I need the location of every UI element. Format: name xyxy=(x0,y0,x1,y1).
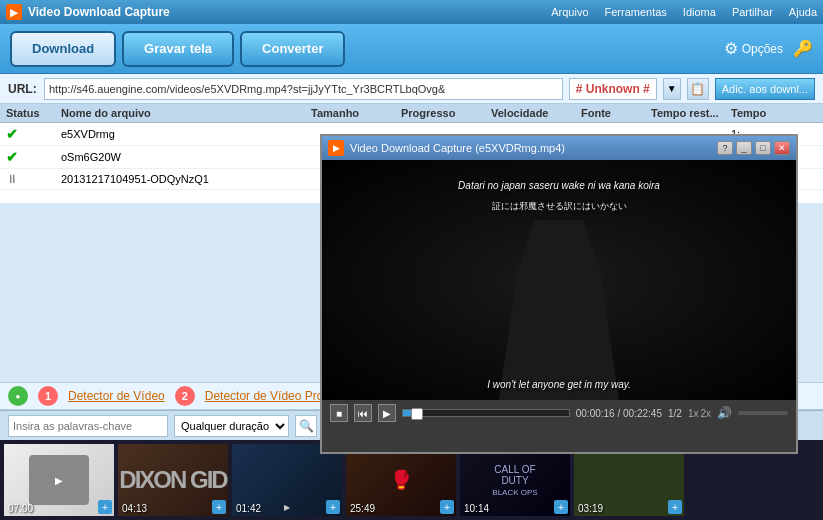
progress-track[interactable] xyxy=(402,409,570,417)
convert-button[interactable]: Converter xyxy=(240,31,345,67)
playbar-controls: ■ ⏮ ▶ 00:00:16 / 00:22:45 1/2 1x 2x xyxy=(330,404,788,422)
volume-icon: 🔊 xyxy=(717,406,732,420)
search-input[interactable] xyxy=(8,415,168,437)
app-icon: ▶ xyxy=(6,4,22,20)
thumb-add-6[interactable]: + xyxy=(668,500,682,514)
thumb-add-4[interactable]: + xyxy=(440,500,454,514)
thumbnail-3[interactable]: ▶ 01:42 + xyxy=(232,444,342,516)
col-header-size: Tamanho xyxy=(311,107,401,119)
popup-window-controls: ? _ □ ✕ xyxy=(717,141,790,155)
detector-badge-1: 1 xyxy=(38,386,58,406)
main-layout: Download Gravar tela Converter ⚙ Opções … xyxy=(0,24,823,520)
status-check-1: ✔ xyxy=(6,126,61,142)
thumb-duration-3: 01:42 xyxy=(236,503,261,514)
filename-1: e5XVDrmg xyxy=(61,128,311,140)
progress-fill xyxy=(403,410,411,416)
record-button[interactable]: Gravar tela xyxy=(122,31,234,67)
url-dropdown[interactable]: ▼ xyxy=(663,78,681,100)
popup-help-button[interactable]: ? xyxy=(717,141,733,155)
volume-slider[interactable] xyxy=(738,411,788,415)
url-unknown-badge: # Unknown # xyxy=(569,78,657,100)
popup-minimize-button[interactable]: _ xyxy=(736,141,752,155)
popup-title: Video Download Capture (e5XVDRmg.mp4) xyxy=(350,142,711,154)
duration-select[interactable]: Qualquer duração xyxy=(174,415,289,437)
thumb-duration-1: 07:00 xyxy=(8,503,33,514)
url-bar: URL: # Unknown # ▼ 📋 Adic. aos downl... xyxy=(0,74,823,104)
url-copy-button[interactable]: 📋 xyxy=(687,78,709,100)
popup-titlebar: ▶ Video Download Capture (e5XVDRmg.mp4) … xyxy=(322,136,796,160)
url-input[interactable] xyxy=(44,78,563,100)
menu-ajuda[interactable]: Ajuda xyxy=(789,6,817,18)
play-button[interactable]: ▶ xyxy=(378,404,396,422)
thumb-add-3[interactable]: + xyxy=(326,500,340,514)
status-check-2: ✔ xyxy=(6,149,61,165)
thumb-add-5[interactable]: + xyxy=(554,500,568,514)
options-button[interactable]: ⚙ Opções xyxy=(724,39,783,58)
popup-playbar: ■ ⏮ ▶ 00:00:16 / 00:22:45 1/2 1x 2x xyxy=(322,400,796,452)
thumbnail-4[interactable]: 🥊 25:49 + xyxy=(346,444,456,516)
menu-bar: Arquivo Ferramentas Idioma Partilhar Aju… xyxy=(551,6,817,18)
col-header-timerem: Tempo rest... xyxy=(651,107,731,119)
adic-button[interactable]: Adic. aos downl... xyxy=(715,78,815,100)
table-header: Status Nome do arquivo Tamanho Progresso… xyxy=(0,104,823,123)
content-area: Status Nome do arquivo Tamanho Progresso… xyxy=(0,104,823,520)
col-header-name: Nome do arquivo xyxy=(61,107,311,119)
thumbnail-2[interactable]: DIXON GID 04:13 + xyxy=(118,444,228,516)
thumbnail-6[interactable]: 03:19 + xyxy=(574,444,684,516)
time-display: 00:00:16 / 00:22:45 xyxy=(576,408,662,419)
status-pause-3: ⏸ xyxy=(6,172,61,186)
options-label: Opções xyxy=(742,42,783,56)
col-header-status: Status xyxy=(6,107,61,119)
popup-icon: ▶ xyxy=(328,140,344,156)
menu-partilhar[interactable]: Partilhar xyxy=(732,6,773,18)
progress-thumb xyxy=(411,408,423,420)
col-header-progress: Progresso xyxy=(401,107,491,119)
video-screen: Datari no japan saseru wake ni wa kana k… xyxy=(322,160,796,400)
speed-1x[interactable]: 1x xyxy=(688,408,699,419)
url-label: URL: xyxy=(8,82,38,96)
thumbnail-5[interactable]: CALL OFDUTYBLACK OPS 10:14 + xyxy=(460,444,570,516)
stop-button[interactable]: ■ xyxy=(330,404,348,422)
thumb-add-1[interactable]: + xyxy=(98,500,112,514)
menu-ferramentas[interactable]: Ferramentas xyxy=(605,6,667,18)
speed-controls: 1x 2x xyxy=(688,408,711,419)
thumb-duration-6: 03:19 xyxy=(578,503,603,514)
filename-2: oSm6G20W xyxy=(61,151,311,163)
menu-idioma[interactable]: Idioma xyxy=(683,6,716,18)
key-icon: 🔑 xyxy=(793,39,813,58)
subtitle-top: Datari no japan saseru wake ni wa kana k… xyxy=(322,180,796,191)
search-button[interactable]: 🔍 xyxy=(295,415,317,437)
fraction-display: 1/2 xyxy=(668,408,682,419)
subtitle-mid: 証には邪魔させる訳にはいかない xyxy=(322,200,796,213)
thumb-duration-5: 10:14 xyxy=(464,503,489,514)
thumb-duration-2: 04:13 xyxy=(122,503,147,514)
menu-arquivo[interactable]: Arquivo xyxy=(551,6,588,18)
prev-button[interactable]: ⏮ xyxy=(354,404,372,422)
title-bar: ▶ Video Download Capture Arquivo Ferrame… xyxy=(0,0,823,24)
gear-icon: ⚙ xyxy=(724,39,738,58)
video-popup: ▶ Video Download Capture (e5XVDRmg.mp4) … xyxy=(320,134,798,454)
thumbnail-1[interactable]: ▶ 07:00 + xyxy=(4,444,114,516)
thumb-add-2[interactable]: + xyxy=(212,500,226,514)
toolbar-right: ⚙ Opções 🔑 xyxy=(724,39,813,58)
app-title: Video Download Capture xyxy=(28,5,551,19)
col-header-time: Tempo xyxy=(731,107,781,119)
subtitle-bottom: I won't let anyone get in my way. xyxy=(322,379,796,390)
thumb-duration-4: 25:49 xyxy=(350,503,375,514)
popup-maximize-button[interactable]: □ xyxy=(755,141,771,155)
filename-3: 20131217104951-ODQyNzQ1 xyxy=(61,173,311,185)
detector-green-dot: ● xyxy=(8,386,28,406)
popup-close-button[interactable]: ✕ xyxy=(774,141,790,155)
detector-badge-2: 2 xyxy=(175,386,195,406)
col-header-speed: Velocidade xyxy=(491,107,581,119)
speed-2x[interactable]: 2x xyxy=(700,408,711,419)
download-button[interactable]: Download xyxy=(10,31,116,67)
col-header-source: Fonte xyxy=(581,107,651,119)
toolbar: Download Gravar tela Converter ⚙ Opções … xyxy=(0,24,823,74)
detector-link-1[interactable]: Detector de Vídeo xyxy=(68,389,165,403)
